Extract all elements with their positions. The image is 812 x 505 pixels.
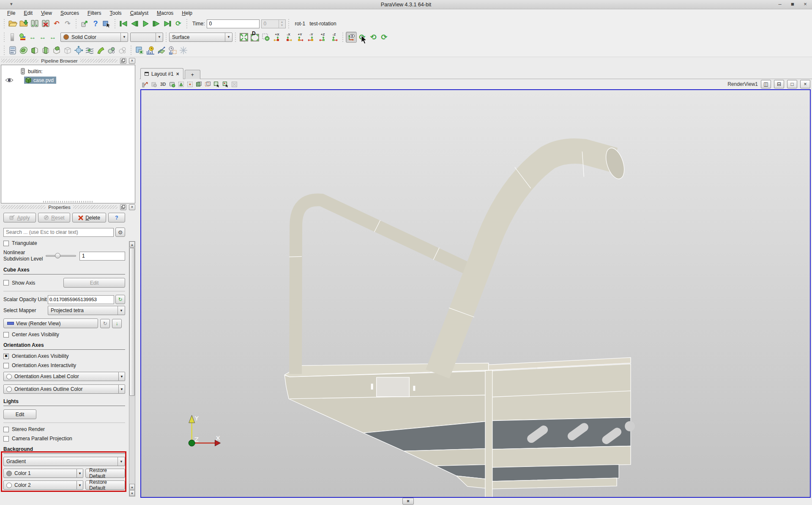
delete-button[interactable]: Delete (72, 213, 106, 222)
menu-catalyst[interactable]: Catalyst (126, 10, 152, 16)
chevron-down-icon[interactable]: ▼ (77, 469, 83, 478)
maximize-button[interactable]: ■ (788, 1, 797, 7)
panel-splitter[interactable] (0, 200, 137, 203)
menu-help[interactable]: Help (178, 10, 196, 16)
menu-view[interactable]: View (37, 10, 56, 16)
background-mode-combo[interactable]: Gradient ▼ (3, 457, 125, 466)
refresh-view-icon[interactable]: ↻ (100, 319, 110, 328)
select-points-through-icon[interactable] (204, 80, 211, 88)
save-view-settings-icon[interactable]: ↓ (112, 319, 122, 328)
color2-restore-default-button[interactable]: Restore Default (85, 480, 125, 490)
tab-new-layout[interactable]: + (185, 70, 200, 79)
visibility-eye-icon[interactable] (5, 77, 14, 83)
plot-selection-over-time-icon[interactable] (167, 45, 178, 56)
select-cells-on-icon[interactable] (177, 80, 185, 88)
selection-tool-icon[interactable] (101, 18, 112, 29)
plot-over-line-icon[interactable] (156, 45, 167, 56)
rescale-visible-range-icon[interactable]: ↔ (48, 32, 58, 42)
plot-over-time-icon[interactable] (145, 45, 156, 56)
view-minus-z-icon[interactable]: -Z (328, 32, 340, 43)
pipeline-tree[interactable]: builtin: case.pvd (1, 65, 135, 203)
orientation-axes-toggle-icon[interactable] (346, 32, 357, 43)
save-state-icon[interactable] (18, 18, 29, 29)
contour-filter-icon[interactable] (18, 45, 29, 56)
spin-down-icon[interactable]: ▼ (281, 24, 284, 27)
help-button[interactable]: ? (108, 213, 125, 222)
scalar-opacity-input[interactable] (48, 295, 114, 304)
stereo-render-checkbox[interactable] (3, 427, 9, 432)
edit-color-map-icon[interactable] (17, 32, 27, 42)
color2-combo[interactable]: Color 2 (3, 480, 77, 490)
chevron-down-icon[interactable]: ▼ (119, 384, 125, 394)
center-axes-checkbox[interactable] (3, 332, 9, 338)
slice-filter-icon[interactable] (40, 45, 51, 56)
scroll-down-icon[interactable]: ▼ (129, 490, 135, 496)
rotate-clockwise-icon[interactable]: ⟳ (357, 32, 368, 43)
orientation-label-color-combo[interactable]: Orientation Axes Label Color (3, 372, 119, 381)
color-by-combo[interactable]: Solid Color ▼ (60, 33, 128, 42)
chevron-down-icon[interactable]: ▼ (77, 480, 83, 490)
group-datasets-icon[interactable] (106, 45, 117, 56)
tree-item-case-pvd[interactable]: case.pvd (1, 76, 135, 85)
triangulate-checkbox[interactable] (3, 241, 9, 246)
frame-index-spinner[interactable]: 0 ▲▼ (261, 19, 286, 28)
split-horizontal-icon[interactable]: ◫ (761, 80, 771, 88)
forward-frame-icon[interactable] (151, 18, 162, 29)
menu-macros[interactable]: Macros (153, 10, 177, 16)
menu-filters[interactable]: Filters (84, 10, 105, 16)
tree-item-builtin[interactable]: builtin: (1, 67, 135, 76)
first-frame-icon[interactable] (118, 18, 129, 29)
apply-button[interactable]: Apply (3, 213, 36, 222)
search-input[interactable] (3, 228, 114, 237)
chevron-down-icon[interactable]: ▼ (119, 372, 125, 381)
connect-server-icon[interactable] (29, 18, 40, 29)
close-button[interactable]: × (801, 1, 809, 7)
color1-restore-default-button[interactable]: Restore Default (85, 469, 125, 478)
minimize-button[interactable]: – (776, 1, 784, 7)
rescale-custom-range-icon[interactable]: ↔ (38, 32, 48, 42)
menu-tools[interactable]: Tools (106, 10, 126, 16)
scroll-up-icon[interactable]: ▲ (129, 484, 135, 490)
disconnect-server-icon[interactable] (40, 18, 51, 29)
cube-axes-edit-button[interactable]: Edit (63, 278, 125, 288)
rotate-custom-icon[interactable]: ⟳ (379, 32, 390, 43)
color1-combo[interactable]: Color 1 (3, 469, 77, 478)
glyph-filter-icon[interactable] (73, 45, 84, 56)
calculator-icon[interactable] (7, 45, 18, 56)
select-cells-through-icon[interactable] (195, 80, 202, 88)
tab-layout-1[interactable]: Layout #1 × (140, 68, 183, 79)
reset-button[interactable]: Reset (38, 213, 70, 222)
undo-icon[interactable]: ↶ (51, 18, 62, 29)
properties-scrollbar[interactable]: ▲ ▲ ▼ (129, 241, 135, 497)
scalar-bar-icon[interactable] (7, 32, 17, 42)
help-icon[interactable]: ? (90, 18, 101, 29)
warp-filter-icon[interactable] (95, 45, 106, 56)
collapsed-panel-handle[interactable]: ✖ (402, 498, 414, 505)
load-palette-icon[interactable] (79, 18, 90, 29)
window-titlebar[interactable]: ▾ ParaView 4.3.1 64-bit – ■ × (0, 0, 812, 9)
view-selector-button[interactable]: View (Render View) (3, 318, 98, 328)
menu-file[interactable]: File (3, 10, 19, 16)
menu-edit[interactable]: Edit (20, 10, 36, 16)
reset-camera-closest-icon[interactable]: D (249, 32, 260, 43)
loop-icon[interactable]: ⟳ (173, 18, 184, 29)
zoom-to-box-icon[interactable] (260, 32, 271, 43)
orientation-visibility-checkbox[interactable]: ✖ (3, 354, 9, 359)
scrollbar-thumb[interactable] (129, 248, 135, 396)
view-plus-z-icon[interactable]: +Z (317, 32, 328, 43)
subdivision-slider[interactable] (46, 252, 76, 259)
orientation-interactivity-checkbox[interactable] (3, 363, 9, 368)
reset-range-icon[interactable]: ↻ (115, 295, 125, 304)
maximize-view-icon[interactable]: □ (787, 80, 797, 88)
scroll-up-icon[interactable]: ▲ (129, 242, 135, 247)
lights-edit-button[interactable]: Edit (3, 409, 36, 419)
stream-tracer-icon[interactable] (84, 45, 95, 56)
open-file-icon[interactable] (7, 18, 18, 29)
reset-camera-icon[interactable] (238, 32, 249, 43)
advanced-properties-button[interactable]: ⚙ (115, 228, 125, 237)
render-view-canvas[interactable]: Y Z X (140, 89, 811, 498)
threshold-filter-icon[interactable] (51, 45, 62, 56)
adjust-camera-icon[interactable] (168, 80, 176, 88)
view-minus-x-icon[interactable]: -X (283, 32, 294, 43)
toggle-color-legend-icon[interactable] (141, 80, 149, 88)
